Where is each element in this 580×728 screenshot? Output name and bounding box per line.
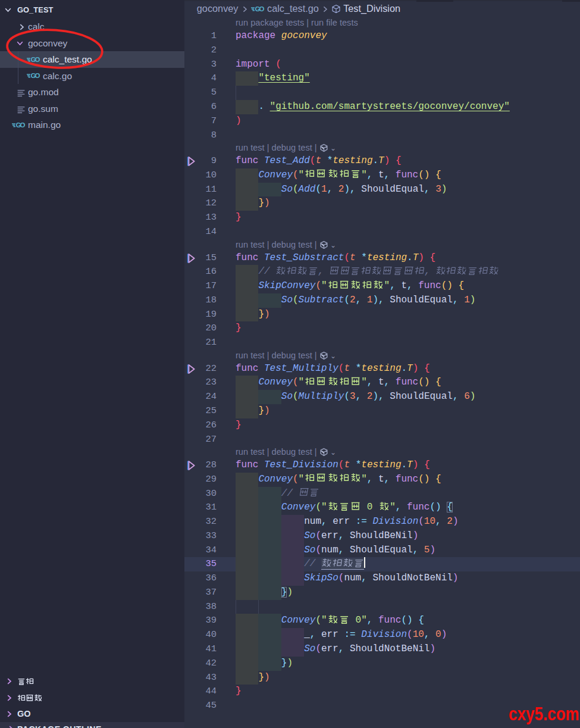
svg-text:GO: GO [31, 72, 40, 79]
svg-text:GO: GO [16, 121, 26, 129]
svg-text:GO: GO [255, 5, 264, 13]
